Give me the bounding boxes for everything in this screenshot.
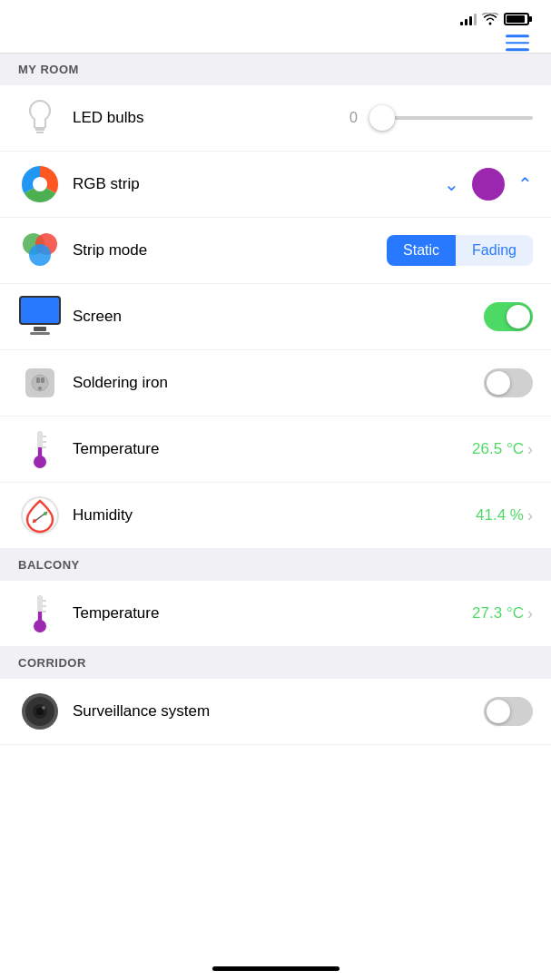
device-row-screen: Screen bbox=[0, 284, 551, 350]
wifi-icon bbox=[482, 13, 498, 25]
sensor-value-wrap[interactable]: 26.5 °C › bbox=[472, 440, 533, 458]
outlet-icon bbox=[22, 365, 58, 401]
svg-point-3 bbox=[33, 177, 47, 191]
device-name-humidity-room: Humidity bbox=[73, 506, 476, 524]
status-bar bbox=[0, 0, 551, 33]
device-control-screen bbox=[484, 302, 533, 331]
device-name-temperature-balcony: Temperature bbox=[73, 604, 472, 622]
device-row-soldering-iron: Soldering iron bbox=[0, 350, 551, 416]
camera-icon bbox=[20, 691, 60, 731]
device-name-soldering-iron: Soldering iron bbox=[73, 374, 484, 392]
mode-btn-static[interactable]: Static bbox=[387, 235, 456, 266]
device-row-rgb-strip: RGB strip ⌄ ⌃ bbox=[0, 152, 551, 218]
device-icon-soldering-iron bbox=[18, 361, 62, 405]
sensor-value: 27.3 °C bbox=[472, 604, 524, 622]
device-row-strip-mode: Strip mode StaticFading bbox=[0, 218, 551, 284]
chevron-down-icon[interactable]: ⌄ bbox=[444, 175, 459, 193]
device-name-rgb-strip: RGB strip bbox=[73, 175, 444, 193]
svg-point-21 bbox=[33, 519, 36, 523]
slider-control: 0 bbox=[349, 110, 533, 126]
humidity-icon bbox=[20, 495, 60, 535]
device-name-surveillance: Surveillance system bbox=[73, 702, 484, 720]
device-control-led-bulbs: 0 bbox=[349, 110, 533, 126]
device-icon-rgb-strip bbox=[18, 162, 62, 206]
toggle-switch[interactable] bbox=[484, 697, 533, 726]
bulb-icon bbox=[25, 99, 54, 137]
toggle-thumb bbox=[487, 371, 510, 395]
mode-toggle: StaticFading bbox=[387, 235, 533, 266]
svg-rect-24 bbox=[38, 612, 42, 626]
mode-btn-fading[interactable]: Fading bbox=[456, 235, 533, 266]
device-icon-temperature-room bbox=[18, 427, 62, 471]
device-control-strip-mode: StaticFading bbox=[387, 235, 533, 266]
section-header: CORRIDOR bbox=[0, 647, 551, 679]
color-circle[interactable] bbox=[472, 168, 505, 201]
brightness-slider[interactable] bbox=[369, 116, 533, 120]
thermometer-icon bbox=[30, 427, 50, 471]
toggle-thumb bbox=[487, 700, 510, 723]
slider-value: 0 bbox=[349, 110, 362, 126]
device-control-temperature-room: 26.5 °C › bbox=[472, 440, 533, 458]
svg-rect-10 bbox=[41, 377, 44, 383]
device-name-screen: Screen bbox=[73, 308, 484, 326]
device-name-strip-mode: Strip mode bbox=[73, 241, 387, 260]
app-header bbox=[0, 33, 551, 54]
section-header: MY ROOM bbox=[0, 54, 551, 85]
device-icon-surveillance bbox=[18, 690, 62, 733]
device-control-humidity-room: 41.4 % › bbox=[476, 506, 533, 524]
svg-point-11 bbox=[38, 387, 42, 390]
home-indicator bbox=[212, 966, 339, 971]
signal-icon bbox=[460, 13, 477, 25]
chevron-right-icon: › bbox=[527, 441, 533, 457]
device-name-temperature-room: Temperature bbox=[73, 440, 472, 458]
toggle-switch[interactable] bbox=[484, 368, 533, 397]
device-icon-screen bbox=[18, 295, 62, 338]
device-control-soldering-iron bbox=[484, 368, 533, 397]
status-icons bbox=[460, 13, 529, 25]
device-icon-temperature-balcony bbox=[18, 592, 62, 635]
device-row-temperature-room: Temperature 26.5 °C › bbox=[0, 416, 551, 483]
rgb-dots-icon bbox=[21, 231, 59, 270]
svg-point-32 bbox=[42, 706, 45, 710]
toggle-thumb bbox=[507, 305, 530, 328]
rgb-wheel-icon bbox=[21, 165, 59, 203]
device-icon-led-bulbs bbox=[18, 96, 62, 140]
toggle-switch[interactable] bbox=[484, 302, 533, 331]
chevron-right-icon: › bbox=[527, 507, 533, 524]
device-row-humidity-room: Humidity 41.4 % › bbox=[0, 483, 551, 549]
device-icon-humidity-room bbox=[18, 494, 62, 537]
device-row-temperature-balcony: Temperature 27.3 °C › bbox=[0, 581, 551, 647]
section-header: BALCONY bbox=[0, 549, 551, 581]
screen-device-icon bbox=[18, 296, 62, 338]
battery-icon bbox=[504, 13, 529, 25]
sensor-value: 41.4 % bbox=[476, 506, 524, 524]
chevron-right-icon: › bbox=[527, 605, 533, 622]
device-control-temperature-balcony: 27.3 °C › bbox=[472, 604, 533, 622]
device-row-led-bulbs: LED bulbs 0 bbox=[0, 85, 551, 152]
sensor-value-wrap[interactable]: 27.3 °C › bbox=[472, 604, 533, 622]
svg-rect-9 bbox=[36, 377, 40, 383]
sensor-value-wrap[interactable]: 41.4 % › bbox=[476, 506, 533, 524]
chevron-up-icon[interactable]: ⌃ bbox=[517, 175, 533, 193]
hamburger-icon bbox=[506, 34, 529, 51]
thermometer-icon bbox=[30, 592, 50, 635]
svg-point-20 bbox=[44, 512, 47, 515]
sensor-value: 26.5 °C bbox=[472, 440, 524, 458]
rgb-controls: ⌄ ⌃ bbox=[444, 168, 533, 201]
app-content: MY ROOM LED bulbs 0 RGB strip bbox=[0, 54, 551, 745]
svg-point-6 bbox=[29, 244, 51, 266]
svg-rect-14 bbox=[38, 447, 42, 462]
device-icon-strip-mode bbox=[18, 229, 62, 272]
device-control-rgb-strip: ⌄ ⌃ bbox=[444, 168, 533, 201]
device-name-led-bulbs: LED bulbs bbox=[73, 109, 349, 127]
device-row-surveillance: Surveillance system bbox=[0, 679, 551, 745]
device-control-surveillance bbox=[484, 697, 533, 726]
menu-button[interactable] bbox=[502, 31, 533, 54]
